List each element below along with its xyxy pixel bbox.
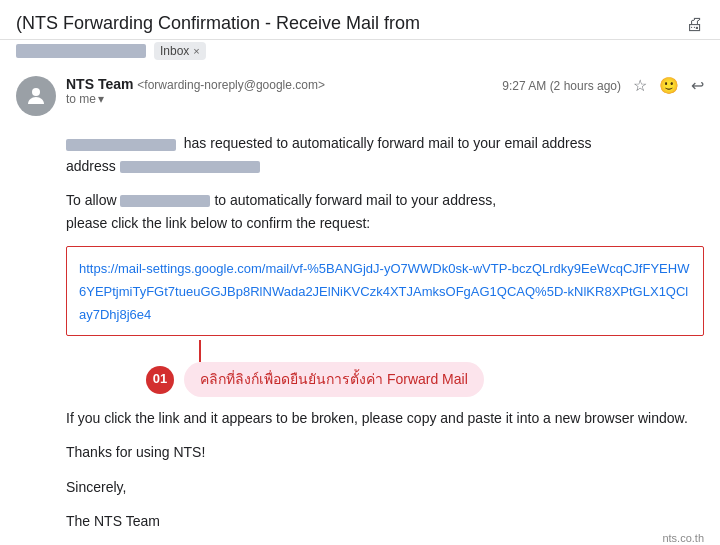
para4: Thanks for using NTS! [66,441,704,463]
email-meta: NTS Team <forwarding-noreply@google.com>… [0,68,720,124]
svg-point-0 [32,88,40,96]
emoji-icon[interactable]: 🙂 [659,76,679,95]
footer-text: nts.co.th [662,532,704,544]
annotation-badge: 01 [146,366,174,394]
reply-icon[interactable]: ↩ [691,76,704,95]
avatar-icon [24,84,48,108]
email-body: has requested to automatically forward m… [0,124,720,545]
email-subject: (NTS Forwarding Confirmation - Receive M… [16,12,674,35]
email-time: 9:27 AM (2 hours ago) [502,79,621,93]
blurred-sender-1 [66,139,176,151]
para1: has requested to automatically forward m… [66,132,704,177]
blurred-sender-2 [120,195,210,207]
print-icon[interactable]: 🖨 [686,14,704,35]
to-me-dropdown[interactable]: to me ▾ [66,92,492,106]
annotation-line [199,340,201,362]
inbox-tag[interactable]: Inbox × [154,42,206,60]
confirmation-link-box: https://mail-settings.google.com/mail/vf… [66,246,704,336]
para2: To allow to automatically forward mail t… [66,189,704,234]
inbox-label: Inbox [160,44,189,58]
annotation-container: 01 คลิกที่ลิงก์เพื่อดยืนยันการตั้งค่า Fo… [66,340,704,396]
avatar [16,76,56,116]
star-icon[interactable]: ☆ [633,76,647,95]
sender-name-row: NTS Team <forwarding-noreply@google.com> [66,76,492,92]
sender-name: NTS Team [66,76,133,92]
para3: If you click the link and it appears to … [66,407,704,429]
confirmation-link[interactable]: https://mail-settings.google.com/mail/vf… [79,261,689,322]
footer: nts.co.th [662,532,704,544]
email-header: (NTS Forwarding Confirmation - Receive M… [0,0,720,40]
annotation-badge-row: 01 คลิกที่ลิงก์เพื่อดยืนยันการตั้งค่า Fo… [146,362,484,396]
para5: Sincerely, [66,476,704,498]
sender-info: NTS Team <forwarding-noreply@google.com>… [66,76,492,106]
inbox-tag-close[interactable]: × [193,45,199,57]
blurred-address [120,161,260,173]
para1-text: has requested to automatically forward m… [184,135,592,151]
sender-address: <forwarding-noreply@google.com> [137,78,325,92]
sender-email-blurred [16,44,146,58]
para6: The NTS Team [66,510,704,532]
email-time-actions: 9:27 AM (2 hours ago) ☆ 🙂 ↩ [502,76,704,95]
tags-row: Inbox × [0,40,720,68]
annotation-bubble: คลิกที่ลิงก์เพื่อดยืนยันการตั้งค่า Forwa… [184,362,484,396]
